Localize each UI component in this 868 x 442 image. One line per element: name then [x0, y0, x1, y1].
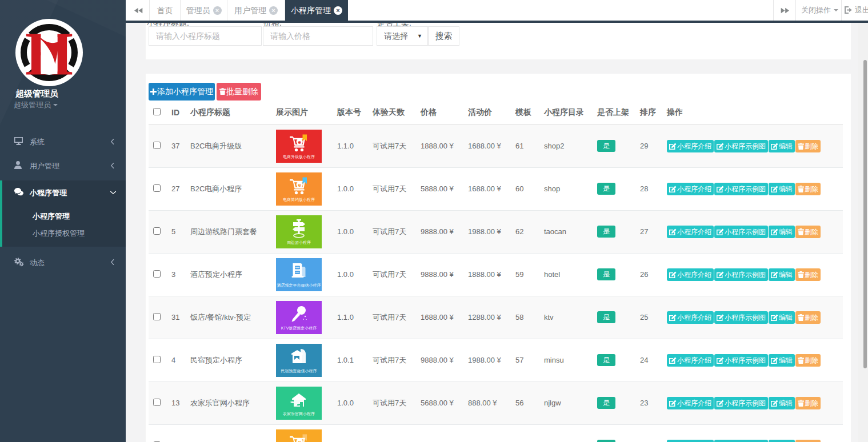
svg-text:e: e — [298, 438, 301, 442]
svg-text:e: e — [298, 138, 301, 144]
svg-text:e: e — [298, 181, 301, 187]
